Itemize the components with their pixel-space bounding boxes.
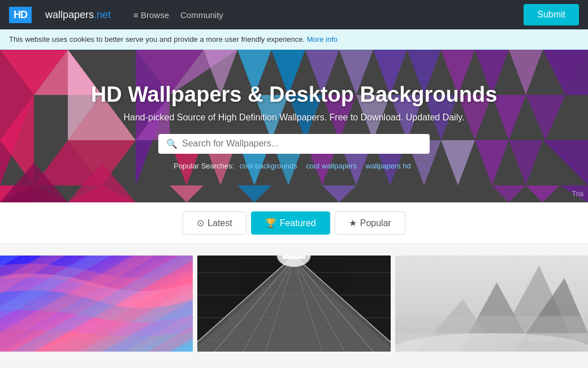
browse-nav[interactable]: ≡ Browse bbox=[133, 10, 169, 20]
logo-wallpapers-text: wallpapers bbox=[45, 9, 94, 20]
clock-icon: ⊙ bbox=[197, 218, 204, 228]
submit-button[interactable]: Submit bbox=[524, 4, 579, 25]
community-label: Community bbox=[180, 10, 223, 20]
popular-link-3[interactable]: wallpapers hd bbox=[366, 162, 411, 170]
community-nav[interactable]: Community bbox=[180, 10, 223, 20]
logo-wordmark: wallpapers.net bbox=[45, 9, 111, 21]
logo-hd-text: HD bbox=[14, 9, 27, 21]
tab-latest-label: Latest bbox=[207, 218, 232, 228]
gallery-item-2[interactable] bbox=[197, 256, 390, 352]
svg-marker-57 bbox=[526, 185, 560, 202]
architecture-image bbox=[197, 256, 390, 352]
star-icon: ★ bbox=[349, 218, 357, 228]
popular-link-2[interactable]: cool wallpapers bbox=[306, 162, 357, 170]
search-bar: 🔍 bbox=[158, 134, 430, 154]
gallery-item-3[interactable] bbox=[395, 256, 588, 352]
tab-popular[interactable]: ★ Popular bbox=[335, 211, 405, 235]
hero-section: HD Wallpapers & Desktop Backgrounds Hand… bbox=[0, 50, 588, 202]
gallery bbox=[0, 256, 588, 352]
search-icon: 🔍 bbox=[166, 138, 178, 149]
gallery-item-1[interactable] bbox=[0, 256, 193, 352]
hero-subtitle: Hand-picked Source of High Definition Wa… bbox=[0, 112, 588, 123]
popular-link-1[interactable]: cool backgrounds bbox=[240, 162, 297, 170]
logo[interactable]: HD bbox=[9, 7, 32, 23]
more-info-link[interactable]: More info bbox=[307, 35, 338, 44]
hero-content: HD Wallpapers & Desktop Backgrounds Hand… bbox=[0, 83, 588, 170]
tab-featured-label: Featured bbox=[280, 218, 316, 228]
svg-marker-56 bbox=[492, 185, 526, 202]
header: HD wallpapers.net ≡ Browse Community Sub… bbox=[0, 0, 588, 29]
waves-image bbox=[0, 256, 193, 352]
cookie-message: This website uses cookies to better serv… bbox=[9, 35, 305, 44]
svg-marker-53 bbox=[170, 185, 204, 202]
search-input[interactable] bbox=[182, 138, 422, 149]
triangle-watermark: Tria bbox=[572, 190, 583, 198]
browse-label: ≡ Browse bbox=[133, 10, 169, 20]
tabs-section: ⊙ Latest 🏆 Featured ★ Popular bbox=[0, 202, 588, 244]
logo-net-text: .net bbox=[94, 9, 111, 20]
cookie-bar: This website uses cookies to better serv… bbox=[0, 29, 588, 50]
trophy-icon: 🏆 bbox=[265, 218, 276, 228]
svg-marker-54 bbox=[237, 185, 271, 202]
svg-rect-59 bbox=[0, 256, 193, 352]
mountain-image bbox=[395, 256, 588, 352]
svg-rect-76 bbox=[283, 256, 305, 259]
tab-latest[interactable]: ⊙ Latest bbox=[183, 211, 247, 235]
submit-label: Submit bbox=[537, 10, 565, 19]
tab-popular-label: Popular bbox=[360, 218, 391, 228]
popular-searches: Popular Searches: cool backgrounds cool … bbox=[0, 162, 588, 170]
hero-title: HD Wallpapers & Desktop Backgrounds bbox=[0, 83, 588, 107]
tab-featured[interactable]: 🏆 Featured bbox=[251, 211, 330, 235]
svg-marker-55 bbox=[322, 185, 356, 202]
popular-label: Popular Searches: bbox=[174, 162, 234, 170]
